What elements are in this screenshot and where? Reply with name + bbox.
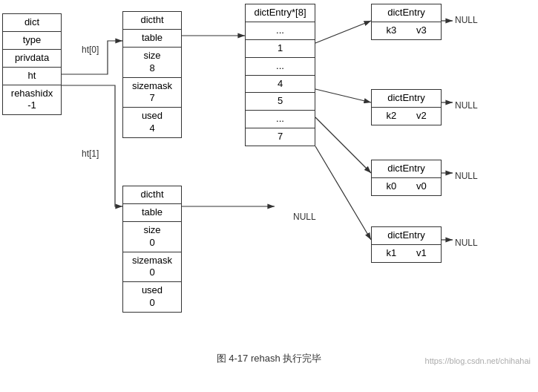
entry-k3v3-label: dictEntry bbox=[372, 4, 441, 22]
entry-k1v1: dictEntry k1 v1 bbox=[371, 226, 442, 263]
dictht0-box: dictht table size8 sizemask7 used4 bbox=[122, 11, 182, 138]
null-k0: NULL bbox=[455, 171, 478, 181]
dictht1-used: used0 bbox=[123, 282, 181, 312]
dictht0-table: table bbox=[123, 30, 181, 48]
v2: v2 bbox=[416, 110, 427, 122]
null-table1: NULL bbox=[293, 212, 316, 222]
dictht1-size: size0 bbox=[123, 222, 181, 252]
url-text: https://blog.csdn.net/chihahai bbox=[425, 356, 531, 365]
entry-k3v3-kv: k3 v3 bbox=[372, 22, 441, 39]
entry-k2v2: dictEntry k2 v2 bbox=[371, 89, 442, 125]
dictht0-size: size8 bbox=[123, 48, 181, 78]
entry-k1v1-label: dictEntry bbox=[372, 227, 441, 245]
array-cell-2: ... bbox=[246, 58, 315, 76]
entry-k0v0-label: dictEntry bbox=[372, 160, 441, 178]
k3: k3 bbox=[386, 24, 396, 37]
entry-k2v2-kv: k2 v2 bbox=[372, 108, 441, 125]
dictht0-used: used4 bbox=[123, 108, 181, 137]
array-label: dictEntry*[8] bbox=[246, 4, 315, 22]
dictht0-label: dictht bbox=[123, 12, 181, 30]
array-cell-4: 5 bbox=[246, 93, 315, 111]
dict-label: dict bbox=[3, 14, 61, 32]
dict-privdata: privdata bbox=[3, 50, 61, 68]
array-cell-6: 7 bbox=[246, 128, 315, 146]
diagram: dict type privdata ht rehashidx-1 ht[0] … bbox=[0, 0, 538, 371]
dictht1-box: dictht table size0 sizemask0 used0 bbox=[122, 186, 182, 313]
null-k3: NULL bbox=[455, 15, 478, 25]
entry-k0v0: dictEntry k0 v0 bbox=[371, 160, 442, 196]
caption: 图 4-17 rehash 执行完毕 https://blog.csdn.net… bbox=[0, 352, 538, 365]
entry-k2v2-label: dictEntry bbox=[372, 90, 441, 108]
entry-k3v3: dictEntry k3 v3 bbox=[371, 4, 442, 40]
v1: v1 bbox=[416, 247, 427, 260]
dict-type: type bbox=[3, 32, 61, 50]
array-cell-1: 1 bbox=[246, 40, 315, 58]
dict-ht: ht bbox=[3, 68, 61, 85]
k2: k2 bbox=[386, 110, 396, 122]
k1: k1 bbox=[386, 247, 396, 260]
array-cell-0: ... bbox=[246, 22, 315, 40]
ht1-label: ht[1] bbox=[82, 148, 99, 159]
v0: v0 bbox=[416, 180, 427, 193]
dictht1-sizemask: sizemask0 bbox=[123, 252, 181, 283]
caption-text: 图 4-17 rehash 执行完毕 bbox=[217, 353, 322, 364]
array-cell-3: 4 bbox=[246, 76, 315, 94]
ht0-label: ht[0] bbox=[82, 45, 99, 55]
dict-box: dict type privdata ht rehashidx-1 bbox=[2, 13, 62, 115]
null-k1: NULL bbox=[455, 238, 478, 248]
dictht1-table: table bbox=[123, 204, 181, 222]
null-k2: NULL bbox=[455, 100, 478, 111]
entry-k1v1-kv: k1 v1 bbox=[372, 245, 441, 262]
dict-rehashidx: rehashidx-1 bbox=[3, 85, 61, 115]
dictht0-sizemask: sizemask7 bbox=[123, 78, 181, 108]
entry-k0v0-kv: k0 v0 bbox=[372, 178, 441, 195]
v3: v3 bbox=[416, 24, 427, 37]
array-box: dictEntry*[8] ... 1 ... 4 5 ... 7 bbox=[245, 4, 315, 146]
dictht1-label: dictht bbox=[123, 186, 181, 204]
k0: k0 bbox=[386, 180, 396, 193]
array-cell-5: ... bbox=[246, 111, 315, 128]
